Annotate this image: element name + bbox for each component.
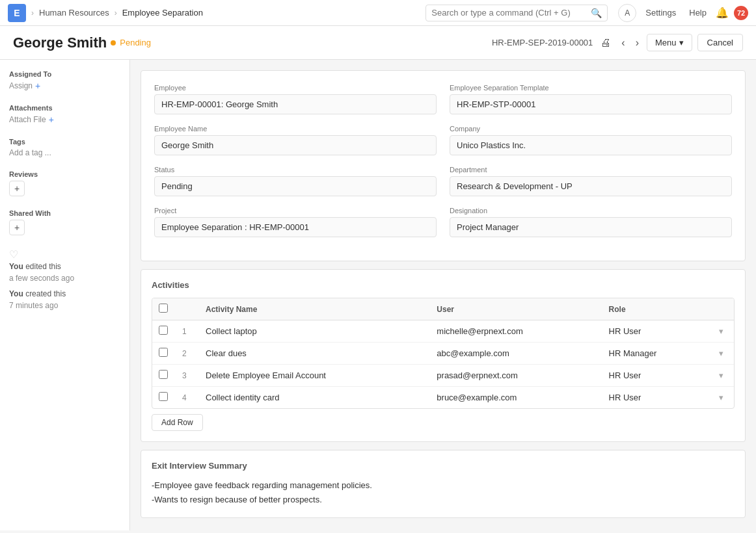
next-button[interactable]: › <box>633 34 641 51</box>
row-dropdown-cell[interactable]: ▾ <box>708 387 734 409</box>
assign-button[interactable]: Assign + <box>9 81 120 91</box>
table-header-row: Activity Name User Role <box>152 298 734 320</box>
heart-icon: ♡ <box>9 248 120 261</box>
row-dropdown-cell[interactable]: ▾ <box>708 320 734 343</box>
menu-button[interactable]: Menu ▾ <box>647 34 692 51</box>
company-value: Unico Plastics Inc. <box>450 135 732 155</box>
row-dropdown-icon[interactable]: ▾ <box>719 348 723 358</box>
department-value: Research & Development - UP <box>450 176 732 196</box>
help-button[interactable]: Help <box>685 5 710 20</box>
project-value: Employee Separation : HR-EMP-00001 <box>154 217 437 237</box>
row-dropdown-cell[interactable]: ▾ <box>708 343 734 365</box>
form-row-1: Employee HR-EMP-00001: George Smith Empl… <box>154 84 732 114</box>
row-checkbox[interactable] <box>159 392 168 401</box>
exit-interview-section: Exit Interview Summary -Employee gave fe… <box>141 450 746 518</box>
timeline-actor-2: You <box>9 289 23 298</box>
emp-name-label: Employee Name <box>154 125 437 133</box>
add-shared-button[interactable]: + <box>9 220 25 235</box>
row-checkbox-cell <box>152 387 176 409</box>
sidebar-assigned-to: Assigned To Assign + <box>9 70 120 91</box>
attach-plus-icon: + <box>49 114 54 125</box>
notification-button[interactable]: 🔔 <box>716 6 729 19</box>
print-button[interactable]: 🖨 <box>598 34 614 51</box>
col-activity-header: Activity Name <box>199 298 430 320</box>
row-dropdown-icon[interactable]: ▾ <box>719 393 723 402</box>
row-role: HR User <box>602 387 708 409</box>
row-num: 1 <box>176 320 199 343</box>
select-all-checkbox[interactable] <box>159 304 168 313</box>
sep-template-value: HR-EMP-STP-00001 <box>450 94 732 114</box>
col-num <box>176 298 199 320</box>
row-checkbox-cell <box>152 365 176 387</box>
sidebar-reviews: Reviews + <box>9 170 120 196</box>
row-user: bruce@example.com <box>430 387 602 409</box>
tags-label: Tags <box>9 138 120 146</box>
row-activity: Clear dues <box>199 343 430 365</box>
timeline-action-1: edited this <box>25 262 61 271</box>
status-label: Status <box>154 166 437 174</box>
row-checkbox-cell <box>152 343 176 365</box>
row-dropdown-icon[interactable]: ▾ <box>719 370 723 380</box>
col-role-header: Role <box>602 298 708 320</box>
row-user: michelle@erpnext.com <box>430 320 602 343</box>
activities-section: Activities Activity Name User Role <box>141 269 746 442</box>
row-checkbox[interactable] <box>159 370 168 379</box>
breadcrumb-human-resources[interactable]: Human Resources <box>39 8 109 18</box>
status-label: Pending <box>120 38 151 47</box>
row-checkbox[interactable] <box>159 348 168 357</box>
row-activity: Collect identity card <box>199 387 430 409</box>
row-role: HR User <box>602 365 708 387</box>
assign-plus-icon: + <box>35 81 40 91</box>
form-row-2: Employee Name George Smith Company Unico… <box>154 125 732 155</box>
status-group: Status Pending <box>154 166 437 196</box>
app-icon[interactable]: E <box>8 4 26 22</box>
add-tag-button[interactable]: Add a tag ... <box>9 148 120 157</box>
search-input[interactable] <box>431 8 591 18</box>
prev-button[interactable]: ‹ <box>619 34 627 51</box>
menu-label: Menu <box>655 38 677 47</box>
cancel-button[interactable]: Cancel <box>697 34 743 51</box>
col-user-header: User <box>430 298 602 320</box>
row-num: 3 <box>176 365 199 387</box>
row-dropdown-cell[interactable]: ▾ <box>708 365 734 387</box>
department-label: Department <box>450 166 732 174</box>
notification-badge[interactable]: 72 <box>734 6 748 20</box>
row-activity: Delete Employee Email Account <box>199 365 430 387</box>
row-role: HR Manager <box>602 343 708 365</box>
sidebar-shared-with: Shared With + <box>9 209 120 235</box>
status-value: Pending <box>154 176 437 196</box>
activities-title: Activities <box>152 280 735 290</box>
menu-chevron-icon: ▾ <box>679 38 684 47</box>
row-num: 2 <box>176 343 199 365</box>
table-row: 1 Collect laptop michelle@erpnext.com HR… <box>152 320 734 343</box>
exit-interview-text: -Employee gave feedback regarding manage… <box>152 478 735 507</box>
timeline-actor-1: You <box>9 262 23 271</box>
topnav: E › Human Resources › Employee Separatio… <box>0 0 756 26</box>
nav-actions: A Settings Help 🔔 72 <box>618 4 748 22</box>
attach-file-button[interactable]: Attach File + <box>9 114 120 125</box>
add-review-button[interactable]: + <box>9 181 25 196</box>
row-dropdown-icon[interactable]: ▾ <box>719 326 723 336</box>
timeline-entry-2: You created this 7 minutes ago <box>9 288 120 311</box>
user-avatar[interactable]: A <box>618 4 636 22</box>
timeline-time-1: a few seconds ago <box>9 274 74 283</box>
row-checkbox[interactable] <box>159 326 168 335</box>
search-bar[interactable]: 🔍 <box>425 5 608 21</box>
company-label: Company <box>450 125 732 133</box>
doc-id: HR-EMP-SEP-2019-00001 <box>492 38 593 47</box>
add-row-button[interactable]: Add Row <box>152 414 203 431</box>
reviews-label: Reviews <box>9 170 120 178</box>
col-actions-header <box>708 298 734 320</box>
row-checkbox-cell <box>152 320 176 343</box>
row-user: abc@example.com <box>430 343 602 365</box>
emp-name-group: Employee Name George Smith <box>154 125 437 155</box>
page-header: George Smith Pending HR-EMP-SEP-2019-000… <box>0 26 756 60</box>
table-row: 2 Clear dues abc@example.com HR Manager … <box>152 343 734 365</box>
department-group: Department Research & Development - UP <box>450 166 732 196</box>
timeline-time-2: 7 minutes ago <box>9 301 58 310</box>
assigned-to-label: Assigned To <box>9 70 120 78</box>
company-group: Company Unico Plastics Inc. <box>450 125 732 155</box>
settings-button[interactable]: Settings <box>641 5 680 20</box>
timeline-entry-1: You edited this a few seconds ago <box>9 261 120 284</box>
project-label: Project <box>154 207 437 214</box>
